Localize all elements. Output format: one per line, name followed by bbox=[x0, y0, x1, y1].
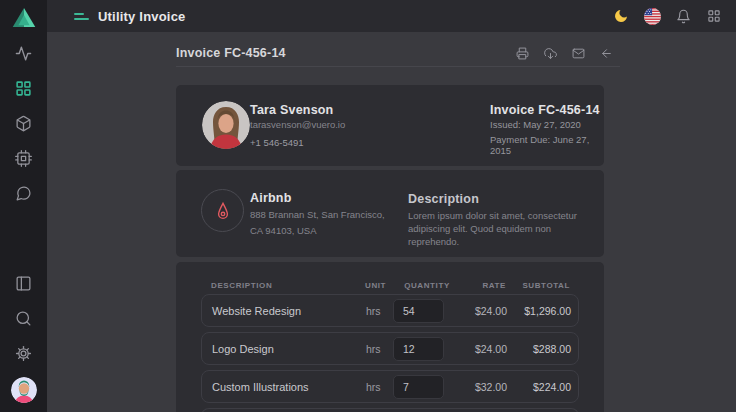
activity-icon[interactable] bbox=[13, 42, 35, 64]
airbnb-logo-icon bbox=[201, 189, 244, 232]
client-info: Tara Svenson tarasvenson@vuero.io +1 546… bbox=[250, 103, 345, 148]
company-address-line2: CA 94103, USA bbox=[250, 224, 385, 237]
company-address-line1: 888 Brannan St, San Francisco, bbox=[250, 208, 385, 221]
print-icon[interactable] bbox=[515, 46, 530, 61]
company-name: Airbnb bbox=[250, 191, 385, 205]
invoice-header-actions bbox=[515, 46, 620, 61]
menu-burger-icon[interactable] bbox=[74, 10, 89, 22]
client-section: Tara Svenson tarasvenson@vuero.io +1 546… bbox=[176, 85, 604, 166]
sidebar-top-icons bbox=[0, 42, 47, 204]
search-icon[interactable] bbox=[13, 307, 35, 329]
invoice-header: Invoice FC-456-14 bbox=[176, 40, 620, 67]
description-text: Lorem ipsum dolor sit amet, consectetur … bbox=[408, 209, 594, 248]
item-description: Custom Illustrations bbox=[212, 381, 366, 393]
dashboards-grid-icon[interactable] bbox=[13, 77, 35, 99]
col-header-description: DESCRIPTION bbox=[211, 281, 365, 290]
apps-grid-icon[interactable] bbox=[705, 7, 723, 25]
table-rows: Website Redesign hrs $24.00 $1,296.00 Lo… bbox=[201, 294, 579, 403]
item-unit: hrs bbox=[366, 343, 393, 355]
company-section: Airbnb 888 Brannan St, San Francisco, CA… bbox=[176, 170, 604, 257]
back-arrow-icon[interactable] bbox=[599, 46, 614, 61]
notifications-bell-icon[interactable] bbox=[674, 7, 692, 25]
invoice-issued-date: Issued: May 27, 2020 bbox=[490, 119, 604, 130]
company-info: Airbnb 888 Brannan St, San Francisco, CA… bbox=[250, 191, 385, 237]
description-block: Description Lorem ipsum dolor sit amet, … bbox=[408, 192, 594, 248]
item-unit: hrs bbox=[366, 381, 393, 393]
invoice-payment-due: Payment Due: June 27, 2015 bbox=[490, 134, 604, 156]
chat-icon[interactable] bbox=[13, 182, 35, 204]
invoice-number-title: Invoice FC-456-14 bbox=[176, 46, 286, 60]
app-root: Utility Invoice bbox=[0, 0, 736, 412]
app-logo[interactable] bbox=[0, 3, 47, 32]
table-row: Logo Design hrs $24.00 $288.00 bbox=[201, 332, 579, 365]
navbar: Utility Invoice bbox=[47, 0, 736, 32]
page-title: Utility Invoice bbox=[98, 9, 186, 24]
item-subtotal: $1,296.00 bbox=[507, 305, 571, 317]
quantity-input[interactable] bbox=[393, 375, 444, 399]
item-rate: $24.00 bbox=[463, 305, 507, 317]
item-rate: $32.00 bbox=[463, 381, 507, 393]
table-row-partial bbox=[201, 408, 579, 412]
table-row: Custom Illustrations hrs $32.00 $224.00 bbox=[201, 370, 579, 403]
page-content: Invoice FC-456-14 bbox=[47, 32, 736, 412]
item-subtotal: $288.00 bbox=[507, 343, 571, 355]
triangle-logo-icon bbox=[11, 6, 37, 29]
client-photo-avatar bbox=[202, 101, 250, 149]
client-email: tarasvenson@vuero.io bbox=[250, 119, 345, 130]
col-header-quantity: QUANTITY bbox=[392, 281, 462, 290]
quantity-input[interactable] bbox=[393, 299, 444, 323]
quantity-input[interactable] bbox=[393, 337, 444, 361]
navbar-actions bbox=[612, 7, 723, 25]
table-row: Website Redesign hrs $24.00 $1,296.00 bbox=[201, 294, 579, 327]
item-unit: hrs bbox=[366, 305, 393, 317]
sidebar bbox=[0, 0, 47, 412]
items-table-section: DESCRIPTION UNIT QUANTITY RATE SUBTOTAL … bbox=[176, 262, 604, 412]
table-header-row: DESCRIPTION UNIT QUANTITY RATE SUBTOTAL bbox=[211, 280, 569, 290]
col-header-rate: RATE bbox=[462, 281, 506, 290]
item-subtotal: $224.00 bbox=[507, 381, 571, 393]
user-avatar[interactable] bbox=[11, 377, 37, 403]
cloud-download-icon[interactable] bbox=[543, 46, 558, 61]
item-rate: $24.00 bbox=[463, 343, 507, 355]
col-header-unit: UNIT bbox=[365, 281, 392, 290]
invoice-meta: Invoice FC-456-14 Issued: May 27, 2020 P… bbox=[490, 103, 604, 156]
client-phone: +1 546-5491 bbox=[250, 137, 345, 148]
col-header-subtotal: SUBTOTAL bbox=[506, 281, 570, 290]
language-flag-us-icon[interactable] bbox=[643, 7, 661, 25]
settings-gear-icon[interactable] bbox=[13, 342, 35, 364]
dark-mode-moon-icon[interactable] bbox=[612, 7, 630, 25]
description-heading: Description bbox=[408, 192, 594, 206]
cpu-icon[interactable] bbox=[13, 147, 35, 169]
client-name: Tara Svenson bbox=[250, 103, 345, 117]
sidebar-bottom-icons bbox=[0, 272, 47, 403]
item-description: Website Redesign bbox=[212, 305, 366, 317]
box-icon[interactable] bbox=[13, 112, 35, 134]
invoice-meta-number: Invoice FC-456-14 bbox=[490, 103, 604, 117]
panel-icon[interactable] bbox=[13, 272, 35, 294]
mail-icon[interactable] bbox=[571, 46, 586, 61]
item-description: Logo Design bbox=[212, 343, 366, 355]
